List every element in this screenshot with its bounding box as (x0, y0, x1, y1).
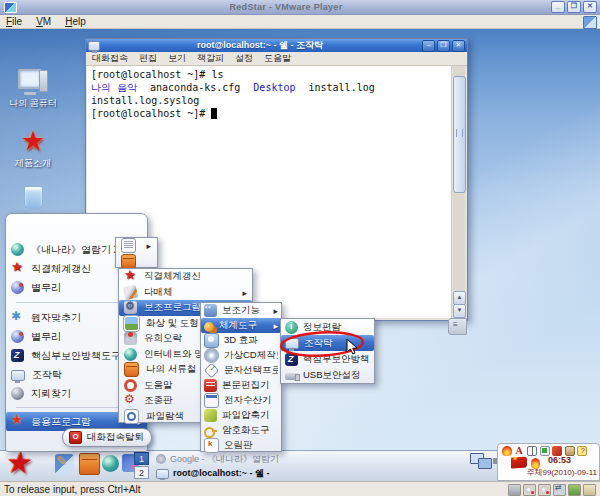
3d-effects-icon (204, 333, 219, 348)
konsole-taskbar-icon (156, 469, 169, 479)
network-monitor-icon[interactable] (470, 452, 492, 469)
menu-item-3d-effects[interactable]: 3D 효과 (201, 333, 281, 348)
menu-item-system-tools[interactable]: 체계도구 (201, 318, 281, 333)
shared-folder-icon[interactable] (583, 484, 596, 496)
vmware-player-window: RedStar - VMware Player _ ❐ ✕ File VM He… (0, 0, 600, 496)
window-list-icon[interactable] (527, 446, 537, 456)
hard-disk-icon[interactable] (508, 484, 521, 496)
konsole-menu-edit[interactable]: 편집 (139, 52, 157, 65)
applications-star-icon (11, 415, 24, 428)
konsole-menu-session[interactable]: 대화접속 (92, 52, 128, 65)
menu-help[interactable]: Help (65, 16, 86, 27)
quicklaunch-pencil-icon[interactable] (55, 454, 74, 474)
maximize-button[interactable]: ❐ (567, 1, 581, 13)
red-star-icon (124, 270, 137, 283)
desktop-icon-product-intro[interactable]: ★ 제품소개 (1, 127, 65, 170)
menu-item-clipboard[interactable]: 오림판 (201, 438, 281, 453)
submenu-arrow-icon (143, 240, 151, 251)
terminal-line: [root@localhost ~]# ls (91, 68, 451, 81)
char-select-icon (204, 363, 220, 379)
red-flag-icon[interactable] (511, 456, 527, 468)
menu-item-assistive[interactable]: 보조기능 (201, 303, 281, 318)
start-menu-level4: 정보편람 조작탁 핵심부보안방책도구 USB보안설정 (280, 318, 375, 384)
menu-item-text-editor[interactable]: 본문편집기 (201, 378, 281, 393)
menu-item-usb-security[interactable]: USB보안설정 (281, 367, 374, 383)
assistive-icon (204, 304, 217, 317)
calculator-icon (204, 393, 219, 408)
network-adapter-icon[interactable] (568, 484, 581, 496)
konsole-close-button[interactable]: ✕ (452, 40, 465, 52)
red-star-icon (11, 262, 24, 275)
menu-overflow-package[interactable] (116, 254, 157, 270)
quicklaunch-package-icon[interactable] (79, 453, 100, 475)
menu-file[interactable]: File (6, 16, 22, 27)
menu-item-archiver[interactable]: 파일압축기 (201, 408, 281, 423)
quicklaunch-naenara-globe-icon[interactable] (102, 455, 119, 472)
konsole-menu-help[interactable]: 도움말 (264, 52, 291, 65)
start-menu-button[interactable]: ★ (4, 450, 50, 478)
mine-icon (11, 387, 24, 400)
status-text: To release input, press Ctrl+Alt (4, 484, 140, 495)
text-editor-icon (204, 379, 217, 392)
menu-item-char-select[interactable]: 문자선택프로그람 (201, 363, 281, 378)
scroll-down-icon[interactable]: ▼ (453, 304, 466, 318)
scrollbar-thumb[interactable] (453, 76, 466, 193)
terminal-line: 나의 음악anaconda-ks.cfgDesktopinstall.login… (91, 81, 451, 107)
cd-rom-icon[interactable] (523, 484, 536, 496)
konsole-titlebar[interactable]: root@localhost:~ - 쉘 - 조작탁 – ❐ ✕ (86, 39, 467, 52)
system-tools-icon (204, 322, 214, 332)
vmware-statusbar: To release input, press Ctrl+Alt (0, 481, 600, 496)
menu-vm[interactable]: VM (36, 16, 51, 27)
terminal-scrollbar[interactable]: ▲ ▼ (453, 66, 465, 318)
cd-rom-icon[interactable] (538, 484, 551, 496)
taskbar-window-konsole[interactable]: root@localhost:~ - 쉘 - (153, 466, 303, 480)
lifebuoy-icon (124, 379, 137, 392)
menu-item-kernel-security-4[interactable]: 핵심부보안방책도구 (281, 351, 374, 367)
menu-overflow-documents[interactable] (116, 238, 157, 254)
flame-icon[interactable] (502, 446, 512, 456)
desktop-icon-my-computer[interactable]: 나의 콤퓨터 (1, 69, 65, 110)
key-icon (204, 424, 217, 437)
konsole-menu-bookmarks[interactable]: 책갈피 (197, 52, 224, 65)
terminal-line: [root@localhost ~]# (91, 107, 451, 120)
menu-item-virtual-cd[interactable]: 가상CD제작도구 (201, 348, 281, 363)
konsole-minimize-button[interactable]: – (422, 40, 435, 52)
globe-icon (11, 243, 24, 256)
pager-desktop-2[interactable]: 2 (134, 466, 149, 479)
submenu-arrow-icon (270, 320, 278, 331)
konsole-menu-view[interactable]: 보기 (168, 52, 186, 65)
kernel-security-icon (11, 349, 24, 362)
removable-device-icon[interactable] (553, 484, 566, 496)
minimize-button[interactable]: _ (551, 1, 565, 13)
logout-button[interactable]: O 대화접속탈퇴 (62, 428, 152, 447)
menu-item-calculator[interactable]: 전자수산기 (201, 393, 281, 408)
menu-item-crypto-tool[interactable]: 암호화도구 (201, 423, 281, 438)
info-icon (285, 321, 298, 334)
vmware-window-title: RedStar - VMware Player (21, 2, 551, 12)
file-search-icon (124, 409, 139, 424)
pager-desktop-1[interactable]: 1 (134, 452, 149, 465)
close-button[interactable]: ✕ (583, 1, 597, 13)
vmware-titlebar[interactable]: RedStar - VMware Player _ ❐ ✕ (0, 0, 600, 15)
scroll-up-icon[interactable]: ▲ (453, 291, 466, 305)
accessories-icon (124, 301, 137, 314)
terminal-cursor (211, 108, 217, 119)
tray-date: 주체99(2010)-09-11 (526, 467, 597, 478)
konsole-window-icon (88, 41, 100, 51)
menu-item-system-update-2[interactable]: 직결체계갱신 (119, 269, 252, 285)
monitor-icon (285, 338, 299, 349)
menu-item-info-viewer[interactable]: 정보편람 (281, 319, 374, 335)
konsole-menu-settings[interactable]: 설정 (235, 52, 253, 65)
hidden-applet (448, 318, 467, 335)
cd-icon (204, 348, 219, 363)
desktop-pager: 1 2 (134, 452, 150, 480)
konsole-maximize-button[interactable]: ❐ (437, 40, 450, 52)
monitor-icon (11, 370, 25, 381)
help-icon[interactable] (577, 446, 587, 456)
menu-item-multimedia[interactable]: 다매체 (119, 285, 252, 301)
vmware-menubar: File VM Help (0, 15, 600, 29)
fullscreen-icon[interactable] (583, 16, 597, 29)
document-icon (121, 238, 136, 253)
menu-item-console-4[interactable]: 조작탁 (281, 335, 374, 351)
taskbar-window-browser[interactable]: Google - 《내나라》열람기 (153, 452, 303, 466)
